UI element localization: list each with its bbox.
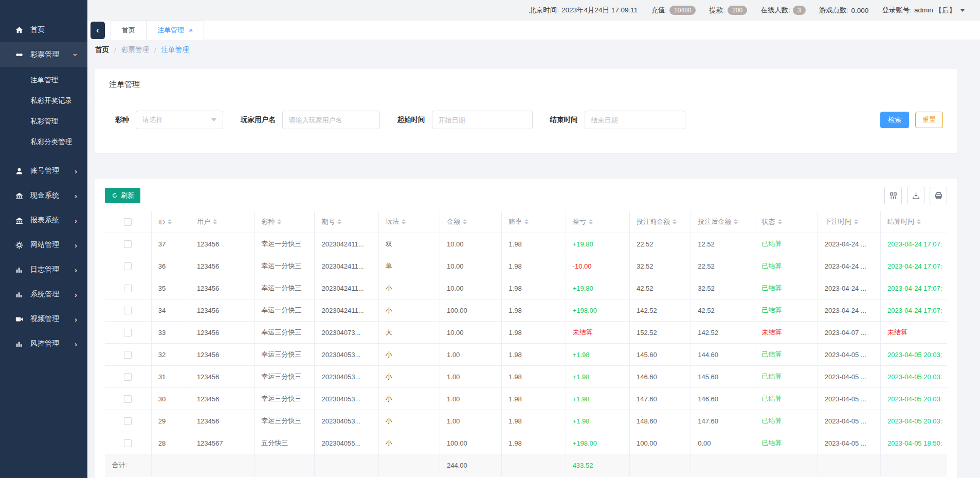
cell-balance-after: 42.52: [691, 299, 755, 322]
sort-icon[interactable]: [917, 219, 921, 224]
cell-lottery: 幸运三分快三: [255, 344, 315, 366]
sort-icon[interactable]: [213, 219, 217, 224]
column-header-play[interactable]: 玩法: [378, 211, 440, 233]
filter-label: 结束时间: [550, 115, 578, 125]
cell-odds: 1.98: [502, 344, 566, 366]
refresh-button[interactable]: 刷新: [105, 188, 140, 203]
lottery-type-select[interactable]: 请选择: [136, 111, 223, 129]
search-button[interactable]: 检索: [880, 112, 909, 128]
sort-icon[interactable]: [854, 219, 858, 224]
online-label: 在线人数:: [760, 6, 790, 15]
sort-icon[interactable]: [463, 219, 467, 224]
column-header-issue[interactable]: 期号: [315, 211, 378, 233]
sidebar-item-account-management[interactable]: 账号管理›: [0, 158, 87, 183]
sidebar-item-log-management[interactable]: 日志管理›: [0, 257, 87, 282]
row-checkbox[interactable]: [124, 439, 132, 447]
cell-settle-time: 2023-04-24 17:07:: [881, 299, 947, 322]
sort-icon[interactable]: [168, 219, 172, 224]
export-button[interactable]: [907, 187, 924, 204]
sidebar-item-risk-management[interactable]: 风控管理›: [0, 331, 87, 356]
sort-icon[interactable]: [337, 219, 341, 224]
column-header-profit[interactable]: 盈亏: [566, 211, 629, 233]
tab-home[interactable]: 首页: [111, 21, 147, 40]
row-checkbox[interactable]: [124, 262, 132, 270]
sidebar-subitem-private-lottery-management[interactable]: 私彩管理: [0, 111, 87, 132]
cell-issue: 202304053...: [315, 344, 378, 366]
cell-bet-time: 2023-04-05 ...: [818, 388, 880, 410]
sidebar-collapse-button[interactable]: ‹: [90, 22, 105, 39]
withdraw-stat: 提款:200: [709, 6, 747, 15]
sidebar-item-video-management[interactable]: 视频管理›: [0, 307, 87, 331]
column-label: 投注后金额: [698, 217, 731, 226]
sidebar-item-cash-system[interactable]: 现金系统›: [0, 183, 87, 208]
row-checkbox[interactable]: [124, 373, 132, 381]
row-checkbox[interactable]: [124, 307, 132, 314]
sidebar-item-home[interactable]: 首页: [0, 17, 87, 42]
column-header-odds[interactable]: 赔率: [502, 211, 566, 233]
row-checkbox[interactable]: [124, 351, 132, 359]
breadcrumb-item[interactable]: 彩票管理: [121, 45, 149, 55]
cell-odds: 1.98: [502, 233, 566, 255]
select-all-checkbox[interactable]: [124, 218, 132, 226]
filter-label: 玩家用户名: [241, 115, 276, 125]
row-checkbox[interactable]: [124, 285, 132, 292]
sidebar-subitem-private-lottery-categories[interactable]: 私彩分类管理: [0, 132, 87, 152]
column-header-balance-after[interactable]: 投注后金额: [691, 211, 755, 233]
column-label: ID: [158, 218, 165, 226]
close-icon[interactable]: ×: [189, 26, 193, 34]
column-header-lottery[interactable]: 彩种: [255, 211, 315, 233]
cell-odds: 1.98: [502, 255, 566, 277]
chart-icon: [14, 265, 24, 274]
row-checkbox-cell: [105, 388, 151, 410]
reset-button[interactable]: 重置: [915, 112, 943, 128]
column-header-settle-time[interactable]: 结算时间: [881, 211, 947, 233]
recharge-stat: 充值:10480: [651, 6, 696, 15]
row-checkbox[interactable]: [124, 395, 132, 403]
column-header-id[interactable]: ID: [151, 211, 190, 233]
print-button[interactable]: [930, 187, 947, 204]
sort-icon[interactable]: [778, 219, 782, 224]
chevron-right-icon: ›: [75, 241, 77, 249]
sidebar-item-site-management[interactable]: 网站管理›: [0, 233, 87, 257]
cell-balance-after: 32.52: [691, 277, 755, 299]
sidebar-subitem-private-draw-records[interactable]: 私彩开奖记录: [0, 91, 87, 111]
player-username-input[interactable]: [282, 111, 380, 129]
row-checkbox-cell: [105, 366, 151, 388]
cell-play: 小: [378, 299, 440, 322]
columns-button[interactable]: [884, 187, 902, 204]
sort-icon[interactable]: [277, 219, 281, 224]
start-time-input[interactable]: [432, 111, 533, 129]
page-title: 注单管理: [95, 69, 957, 98]
cell-status: 已结算: [755, 233, 818, 255]
row-checkbox[interactable]: [124, 329, 132, 337]
cell-settle-time: 2023-04-24 17:07:: [881, 255, 947, 277]
breadcrumb-item[interactable]: 注单管理: [161, 45, 189, 55]
column-header-status[interactable]: 状态: [755, 211, 818, 233]
column-header-bet-time[interactable]: 下注时间: [818, 211, 880, 233]
breadcrumb-item[interactable]: 首页: [95, 45, 109, 55]
sort-icon[interactable]: [402, 219, 406, 224]
time-label: 北京时间:: [529, 6, 559, 15]
column-header-amount[interactable]: 金额: [440, 211, 502, 233]
row-checkbox[interactable]: [124, 240, 132, 248]
sort-icon[interactable]: [524, 219, 529, 224]
breadcrumb-separator: /: [154, 46, 156, 54]
video-icon: [14, 314, 24, 324]
sidebar-item-label: 首页: [30, 25, 77, 34]
sort-icon[interactable]: [673, 219, 677, 224]
column-header-user[interactable]: 用户: [190, 211, 254, 233]
end-time-input[interactable]: [585, 111, 685, 129]
print-icon: [934, 191, 943, 200]
account-menu[interactable]: 登录账号:admin 【后】: [882, 6, 965, 15]
topbar: 北京时间:2023年4月24日 17:09:11 充值:10480 提款:200…: [87, 0, 980, 21]
row-checkbox[interactable]: [124, 417, 132, 425]
tab-label: 注单管理: [157, 26, 184, 35]
sidebar-item-report-system[interactable]: 报表系统›: [0, 208, 87, 233]
column-header-balance-before[interactable]: 投注前金额: [629, 211, 691, 233]
sort-icon[interactable]: [734, 219, 738, 224]
sidebar-item-system-management[interactable]: 系统管理›: [0, 282, 87, 307]
tab-order-management[interactable]: 注单管理×: [146, 21, 204, 40]
sort-icon[interactable]: [589, 219, 593, 224]
sidebar-subitem-order-management[interactable]: 注单管理: [0, 70, 87, 91]
sidebar-item-lottery-management[interactable]: 彩票管理›: [0, 42, 87, 67]
